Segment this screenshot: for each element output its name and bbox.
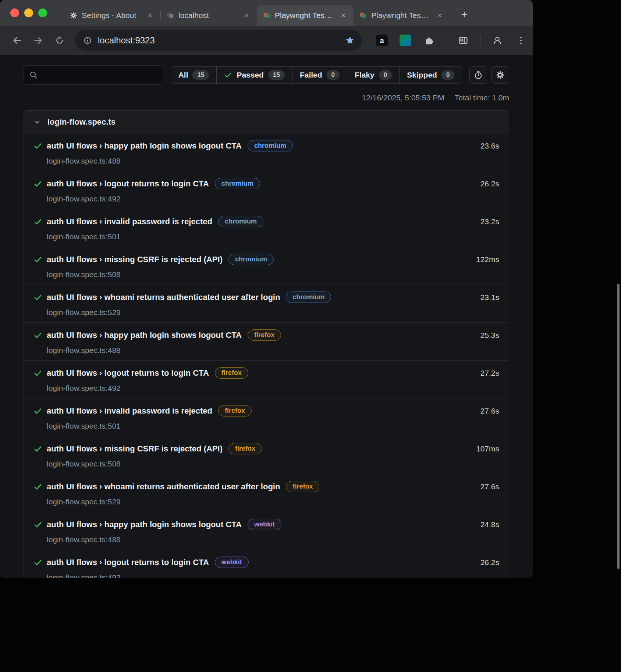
filter-failed[interactable]: Failed 0: [292, 67, 347, 83]
filter-label: Skipped: [407, 71, 437, 79]
test-title[interactable]: auth UI flows › happy path login shows l…: [47, 141, 242, 151]
filter-flaky[interactable]: Flaky 0: [347, 67, 399, 83]
address-bar[interactable]: localhost:9323: [75, 30, 362, 51]
test-title[interactable]: auth UI flows › invalid password is reje…: [47, 217, 212, 226]
test-duration: 26.2s: [480, 558, 499, 567]
test-location[interactable]: login-flow.spec.ts:529: [47, 497, 499, 506]
browser-badge: firefox: [218, 405, 252, 417]
browser-badge: firefox: [248, 329, 281, 341]
tab-label: Playwright Test R: [275, 11, 334, 20]
new-tab-button[interactable]: [455, 6, 473, 23]
test-title[interactable]: auth UI flows › whoami returns authentic…: [47, 482, 280, 492]
test-title[interactable]: auth UI flows › logout returns to login …: [47, 179, 209, 189]
test-location[interactable]: login-flow.spec.ts:488: [47, 346, 499, 355]
test-location[interactable]: login-flow.spec.ts:501: [47, 422, 499, 430]
test-row[interactable]: auth UI flows › happy path login shows l…: [24, 323, 509, 361]
total-time: Total time: 1.0m: [455, 93, 509, 102]
test-row[interactable]: auth UI flows › logout returns to login …: [24, 171, 509, 209]
traffic-lights: [10, 8, 47, 17]
filter-count: 0: [441, 70, 454, 80]
test-location[interactable]: login-flow.spec.ts:492: [47, 384, 499, 393]
gear-favicon-icon: [70, 12, 77, 19]
test-location[interactable]: login-flow.spec.ts:529: [47, 308, 499, 317]
test-location[interactable]: login-flow.spec.ts:488: [47, 157, 499, 165]
tab-playwright-report-active[interactable]: Playwright Test R: [257, 5, 354, 26]
browser-badge: firefox: [228, 443, 262, 454]
reload-button[interactable]: [52, 32, 68, 49]
tab-close-icon[interactable]: [242, 10, 252, 21]
tab-close-icon[interactable]: [145, 10, 155, 21]
side-panel-search-icon[interactable]: [457, 34, 470, 47]
test-row[interactable]: auth UI flows › logout returns to login …: [24, 550, 509, 578]
test-title[interactable]: auth UI flows › happy path login shows l…: [47, 330, 242, 340]
test-location[interactable]: login-flow.spec.ts:492: [47, 194, 499, 203]
browser-badge: chromium: [228, 254, 274, 265]
tab-playwright-report[interactable]: Playwright Test R: [354, 5, 450, 26]
test-location[interactable]: login-flow.spec.ts:488: [47, 535, 499, 544]
test-title[interactable]: auth UI flows › logout returns to login …: [47, 558, 209, 567]
filter-skipped[interactable]: Skipped 0: [399, 67, 462, 83]
test-row[interactable]: auth UI flows › whoami returns authentic…: [24, 474, 509, 512]
passed-check-icon: [33, 331, 42, 340]
test-location[interactable]: login-flow.spec.ts:508: [47, 270, 499, 279]
browser-window: Settings - About localhost: [0, 0, 533, 578]
test-row[interactable]: auth UI flows › missing CSRF is rejected…: [24, 436, 509, 474]
test-title[interactable]: auth UI flows › missing CSRF is rejected…: [47, 255, 223, 264]
close-window-button[interactable]: [10, 8, 19, 17]
filter-label: Failed: [300, 71, 322, 79]
spec-file-header[interactable]: login-flow.spec.ts: [24, 111, 509, 133]
test-row[interactable]: auth UI flows › logout returns to login …: [24, 361, 509, 398]
test-duration: 23.6s: [480, 142, 499, 150]
toolbar-separator: [480, 35, 480, 46]
passed-check-icon: [224, 71, 232, 79]
run-timestamp: 12/16/2025, 5:05:53 PM: [362, 93, 444, 102]
test-location[interactable]: login-flow.spec.ts:501: [47, 232, 499, 241]
profile-avatar-icon[interactable]: [491, 34, 504, 47]
filter-label: Passed: [237, 71, 264, 79]
browser-badge: chromium: [215, 178, 260, 189]
test-title[interactable]: auth UI flows › logout returns to login …: [47, 368, 209, 378]
test-title[interactable]: auth UI flows › missing CSRF is rejected…: [47, 444, 223, 454]
test-row[interactable]: auth UI flows › missing CSRF is rejected…: [24, 247, 509, 285]
tab-localhost[interactable]: localhost: [161, 5, 257, 26]
bookmark-star-icon[interactable]: [345, 36, 355, 45]
test-title[interactable]: auth UI flows › whoami returns authentic…: [47, 293, 280, 302]
tab-close-icon[interactable]: [338, 10, 348, 21]
minimize-window-button[interactable]: [24, 8, 33, 17]
test-title[interactable]: auth UI flows › happy path login shows l…: [47, 520, 242, 529]
test-row[interactable]: auth UI flows › invalid password is reje…: [24, 209, 509, 247]
report-settings-button[interactable]: [492, 66, 509, 84]
menu-dots-icon[interactable]: [514, 34, 528, 47]
timing-stopwatch-button[interactable]: [469, 66, 487, 84]
test-duration: 25.3s: [480, 331, 499, 340]
test-location[interactable]: login-flow.spec.ts:492: [47, 573, 499, 578]
filter-count: 15: [268, 70, 285, 80]
extension-dark-icon[interactable]: a: [375, 34, 388, 47]
test-row[interactable]: auth UI flows › whoami returns authentic…: [24, 285, 509, 323]
filter-all[interactable]: All 15: [171, 67, 217, 83]
maximize-window-button[interactable]: [38, 8, 47, 17]
test-title[interactable]: auth UI flows › invalid password is reje…: [47, 406, 212, 416]
toolbar-separator: [446, 35, 446, 46]
extension-gradient-icon[interactable]: [399, 34, 412, 47]
search-box[interactable]: [24, 65, 163, 85]
test-row[interactable]: auth UI flows › invalid password is reje…: [24, 398, 509, 436]
search-icon: [29, 71, 38, 79]
test-row[interactable]: auth UI flows › happy path login shows l…: [24, 133, 509, 171]
tab-close-icon[interactable]: [434, 10, 445, 21]
chevron-down-icon: [33, 118, 41, 126]
test-duration: 27.6s: [480, 407, 499, 415]
passed-check-icon: [33, 293, 42, 302]
test-row[interactable]: auth UI flows › happy path login shows l…: [24, 512, 509, 550]
extensions-puzzle-icon[interactable]: [422, 34, 436, 47]
forward-button[interactable]: [30, 32, 46, 49]
back-button[interactable]: [9, 32, 25, 49]
test-location[interactable]: login-flow.spec.ts:508: [47, 460, 499, 468]
site-info-icon[interactable]: [80, 33, 95, 48]
search-input[interactable]: [42, 71, 158, 79]
filter-passed[interactable]: Passed 15: [216, 67, 292, 83]
playwright-report-page: All 15 Passed 15 Failed 0 Flaky 0: [0, 55, 533, 578]
tab-settings-about[interactable]: Settings - About: [64, 5, 160, 26]
test-duration: 27.2s: [480, 369, 499, 378]
masks-favicon-icon: [167, 12, 174, 19]
